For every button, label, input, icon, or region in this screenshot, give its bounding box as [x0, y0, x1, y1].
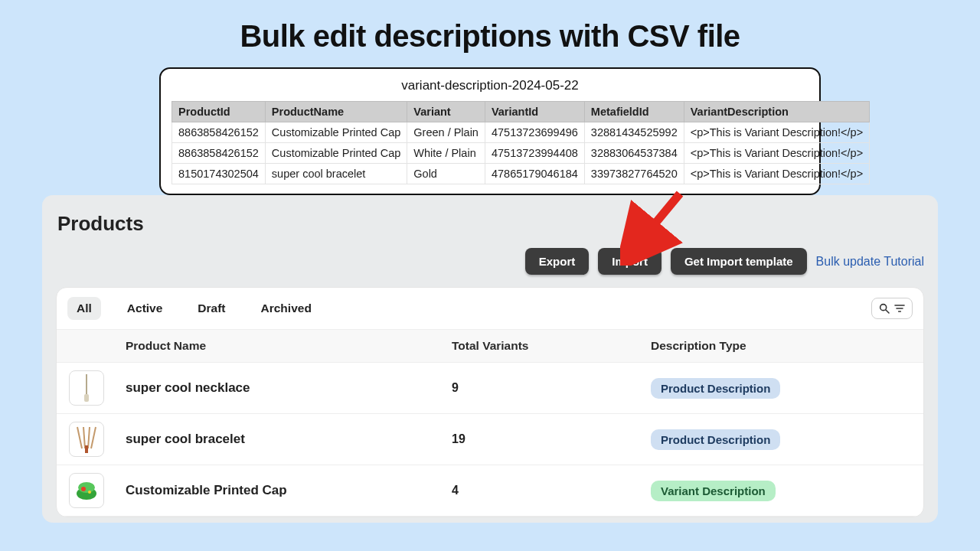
- csv-cell: 32881434525992: [584, 122, 684, 143]
- csv-table: ProductId ProductName Variant VariantId …: [172, 101, 870, 184]
- product-thumbnail: [69, 473, 104, 508]
- csv-preview-window: variant-description-2024-05-22 ProductId…: [159, 67, 821, 195]
- toolbar: Export Import Get Import template Bulk u…: [56, 242, 924, 287]
- get-import-template-button[interactable]: Get Import template: [671, 248, 807, 275]
- svg-line-10: [83, 427, 85, 448]
- svg-line-9: [77, 427, 82, 448]
- product-variant-count: 9: [452, 381, 651, 395]
- csv-cell: 47513723994408: [485, 143, 584, 164]
- tabs-row: All Active Draft Archived: [57, 288, 923, 330]
- col-description-type: Description Type: [651, 339, 911, 353]
- csv-filename: variant-description-2024-05-22: [172, 77, 808, 101]
- product-name: Customizable Printed Cap: [126, 483, 452, 498]
- csv-cell: 47865179046184: [485, 164, 584, 184]
- search-filter-button[interactable]: [871, 298, 913, 319]
- tab-archived[interactable]: Archived: [252, 297, 321, 320]
- tab-all[interactable]: All: [67, 297, 101, 320]
- product-variant-count: 4: [452, 484, 651, 497]
- csv-cell: 32883064537384: [584, 143, 684, 164]
- csv-cell: <p>This is Variant Description!</p>: [684, 122, 869, 143]
- export-button[interactable]: Export: [525, 248, 590, 275]
- csv-cell: 47513723699496: [485, 122, 584, 143]
- svg-point-15: [78, 482, 95, 493]
- bulk-update-tutorial-link[interactable]: Bulk update Tutorial: [816, 255, 924, 269]
- svg-point-17: [88, 491, 91, 494]
- tab-active[interactable]: Active: [118, 297, 172, 320]
- table-header: Product Name Total Variants Description …: [57, 330, 923, 363]
- product-name: super cool bracelet: [126, 432, 452, 447]
- csv-cell: <p>This is Variant Description!</p>: [684, 164, 869, 184]
- table-row[interactable]: super cool bracelet 19 Product Descripti…: [57, 414, 923, 465]
- tab-draft[interactable]: Draft: [188, 297, 234, 320]
- table-row[interactable]: super cool necklace 9 Product Descriptio…: [57, 363, 923, 414]
- import-button[interactable]: Import: [598, 248, 662, 275]
- csv-header-metafieldid: MetafieldId: [584, 102, 684, 122]
- csv-cell: Customizable Printed Cap: [265, 122, 407, 143]
- svg-line-11: [88, 427, 90, 448]
- description-type-badge: Product Description: [651, 378, 780, 399]
- product-name: super cool necklace: [126, 380, 452, 396]
- product-variant-count: 19: [452, 432, 651, 446]
- search-icon: [878, 302, 890, 315]
- csv-header-variantid: VariantId: [485, 102, 584, 122]
- svg-line-12: [91, 427, 96, 448]
- csv-row: 8863858426152 Customizable Printed Cap G…: [172, 122, 870, 143]
- csv-header-variant: Variant: [407, 102, 485, 122]
- products-heading: Products: [56, 209, 924, 242]
- svg-rect-8: [84, 394, 89, 402]
- svg-rect-13: [85, 445, 88, 453]
- page-title: Bulk edit descriptions with CSV file: [0, 0, 980, 67]
- csv-cell: 33973827764520: [584, 164, 684, 184]
- col-product-name: Product Name: [126, 339, 452, 353]
- products-card: All Active Draft Archived Product Name T…: [56, 287, 924, 517]
- csv-cell: 8863858426152: [172, 143, 266, 164]
- products-panel: Products Export Import Get Import templa…: [42, 195, 938, 523]
- csv-cell: 8863858426152: [172, 122, 266, 143]
- csv-cell: super cool bracelet: [265, 164, 407, 184]
- csv-row: 8863858426152 Customizable Printed Cap W…: [172, 143, 870, 164]
- csv-cell: Gold: [407, 164, 485, 184]
- csv-header-variantdescription: VariantDescription: [684, 102, 869, 122]
- csv-cell: Customizable Printed Cap: [265, 143, 407, 164]
- description-type-badge: Product Description: [651, 429, 780, 450]
- svg-point-16: [81, 487, 86, 491]
- table-row[interactable]: Customizable Printed Cap 4 Variant Descr…: [57, 465, 923, 517]
- csv-cell: 8150174302504: [172, 164, 266, 184]
- filter-icon: [893, 302, 906, 315]
- csv-row: 8150174302504 super cool bracelet Gold 4…: [172, 164, 870, 184]
- col-total-variants: Total Variants: [452, 339, 651, 353]
- description-type-badge: Variant Description: [651, 481, 776, 501]
- product-thumbnail: [69, 370, 104, 406]
- csv-header-productname: ProductName: [265, 102, 407, 122]
- csv-header-productid: ProductId: [172, 102, 266, 122]
- csv-cell: White / Plain: [407, 143, 485, 164]
- product-thumbnail: [69, 422, 104, 457]
- csv-cell: <p>This is Variant Description!</p>: [684, 143, 869, 164]
- svg-line-3: [886, 310, 889, 313]
- csv-cell: Green / Plain: [407, 122, 485, 143]
